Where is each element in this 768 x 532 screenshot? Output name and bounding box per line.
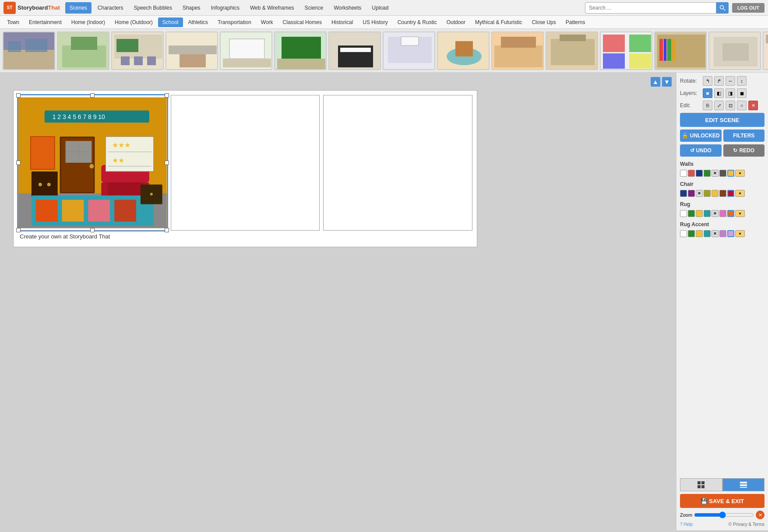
- layer-bring-front-btn[interactable]: ◼: [737, 88, 747, 98]
- chair-color-olive[interactable]: [704, 190, 711, 197]
- scene-thumb-2[interactable]: [57, 32, 109, 70]
- chair-color-x[interactable]: ✕: [696, 190, 703, 197]
- nav-speech-bubbles[interactable]: Speech Bubbles: [130, 2, 176, 14]
- nav-scenes[interactable]: Scenes: [65, 2, 92, 14]
- handle-tr[interactable]: [165, 93, 169, 98]
- nav-upload[interactable]: Upload: [367, 2, 393, 14]
- rug-color-orange[interactable]: [727, 210, 734, 217]
- logout-button[interactable]: LOG OUT: [732, 3, 764, 13]
- nav-web-wireframes[interactable]: Web & Wireframes: [246, 2, 298, 14]
- cat-country-rustic[interactable]: Country & Rustic: [393, 18, 441, 27]
- rug-color-green[interactable]: [688, 210, 695, 217]
- scene-thumb-3[interactable]: [111, 32, 164, 70]
- undo-button[interactable]: ↺ UNDO: [680, 144, 722, 157]
- rug-color-dropdown[interactable]: ▼: [735, 210, 745, 217]
- cat-school[interactable]: School: [158, 18, 183, 27]
- nav-characters[interactable]: Characters: [93, 2, 128, 14]
- chair-color-crimson[interactable]: [727, 190, 734, 197]
- rotate-right-btn[interactable]: ↱: [714, 76, 724, 86]
- chair-color-brown[interactable]: [719, 190, 726, 197]
- cat-athletics[interactable]: Athletics: [184, 18, 212, 27]
- storyboard-cell-2[interactable]: [171, 95, 320, 231]
- rug-color-pink[interactable]: [719, 210, 726, 217]
- rug-accent-lavender[interactable]: [719, 230, 726, 237]
- help-link[interactable]: ? Help: [680, 522, 693, 527]
- cat-transportation[interactable]: Transportation: [213, 18, 256, 27]
- scene-thumb-6[interactable]: [274, 32, 327, 70]
- layer-send-back-btn[interactable]: ■: [703, 88, 712, 98]
- app-logo[interactable]: ST StoryboardThat: [4, 2, 60, 14]
- cat-patterns[interactable]: Patterns: [561, 18, 590, 27]
- grid-view-button[interactable]: [680, 478, 722, 491]
- chair-color-darkblue[interactable]: [680, 190, 687, 197]
- cat-work[interactable]: Work: [257, 18, 278, 27]
- walls-color-x[interactable]: ✕: [712, 170, 719, 177]
- cat-home-outdoor[interactable]: Home (Outdoor): [110, 18, 157, 27]
- privacy-text[interactable]: © Privacy & Terms: [729, 522, 764, 527]
- handle-bl[interactable]: [16, 228, 21, 232]
- unlocked-button[interactable]: 🔓 UNLOCKED: [680, 130, 722, 142]
- edit-delete-btn[interactable]: ✕: [748, 101, 758, 110]
- cat-mythical-futuristic[interactable]: Mythical & Futuristic: [471, 18, 526, 27]
- cat-us-history[interactable]: US History: [358, 18, 392, 27]
- edit-copy-btn[interactable]: ⎘: [703, 101, 712, 110]
- chair-color-dropdown[interactable]: ▼: [735, 190, 745, 197]
- zoom-reset-button[interactable]: ✕: [756, 511, 764, 519]
- walls-color-dropdown[interactable]: ▼: [735, 170, 745, 177]
- layer-forward-btn[interactable]: ◨: [726, 88, 735, 98]
- handle-tm[interactable]: [90, 93, 95, 98]
- rug-accent-yellow[interactable]: [696, 230, 703, 237]
- search-input[interactable]: [585, 2, 716, 14]
- edit-expand-btn[interactable]: ⤢: [714, 101, 724, 110]
- walls-color-darkblue[interactable]: [696, 170, 703, 177]
- rug-accent-teal[interactable]: [704, 230, 711, 237]
- layer-down-button[interactable]: ▼: [662, 77, 672, 87]
- nav-infographics[interactable]: Infographics: [207, 2, 244, 14]
- handle-mr[interactable]: [165, 161, 169, 165]
- scene-thumb-7[interactable]: [328, 32, 381, 70]
- scene-thumb-9[interactable]: [437, 32, 490, 70]
- redo-button[interactable]: ↻ REDO: [723, 144, 765, 157]
- cat-town[interactable]: Town: [3, 18, 24, 27]
- rug-accent-x[interactable]: ✕: [712, 230, 719, 237]
- handle-bm[interactable]: [90, 228, 95, 232]
- storyboard-cell-3[interactable]: [323, 95, 472, 231]
- scene-thumb-12[interactable]: [600, 32, 652, 70]
- rug-accent-green[interactable]: [688, 230, 695, 237]
- walls-color-green[interactable]: [704, 170, 711, 177]
- chair-color-purple[interactable]: [688, 190, 695, 197]
- layer-back-btn[interactable]: ◧: [714, 88, 724, 98]
- cat-historical[interactable]: Historical: [327, 18, 357, 27]
- scene-thumb-15[interactable]: [763, 32, 768, 70]
- edit-crop-btn[interactable]: ⊡: [726, 101, 735, 110]
- rug-accent-white[interactable]: [680, 230, 687, 237]
- list-view-button[interactable]: [722, 478, 765, 491]
- handle-tl[interactable]: [16, 93, 21, 98]
- rug-color-yellow[interactable]: [696, 210, 703, 217]
- scene-thumb-4[interactable]: [166, 32, 218, 70]
- rotate-left-btn[interactable]: ↰: [703, 76, 712, 86]
- scene-thumb-13[interactable]: [654, 32, 707, 70]
- nav-worksheets[interactable]: Worksheets: [329, 2, 366, 14]
- layer-up-button[interactable]: ▲: [651, 77, 660, 87]
- rug-color-white[interactable]: [680, 210, 687, 217]
- rug-color-teal[interactable]: [704, 210, 711, 217]
- nav-science[interactable]: Science: [300, 2, 328, 14]
- scene-thumb-10[interactable]: [491, 32, 544, 70]
- save-exit-button[interactable]: 💾 SAVE & EXIT: [680, 494, 764, 508]
- walls-color-darkgray[interactable]: [719, 170, 726, 177]
- flip-h-btn[interactable]: ↔: [726, 76, 735, 86]
- cat-home-indoor[interactable]: Home (Indoor): [67, 18, 109, 27]
- rug-accent-dropdown[interactable]: ▼: [735, 230, 745, 237]
- chair-color-yellow[interactable]: [712, 190, 719, 197]
- walls-color-red[interactable]: [688, 170, 695, 177]
- walls-color-white[interactable]: [680, 170, 687, 177]
- edit-erase-btn[interactable]: ○: [737, 101, 747, 110]
- flip-v-btn[interactable]: ↕: [737, 76, 747, 86]
- rug-color-x[interactable]: ✕: [712, 210, 719, 217]
- handle-ml[interactable]: [16, 161, 21, 165]
- cat-classical-homes[interactable]: Classical Homes: [278, 18, 326, 27]
- cat-entertainment[interactable]: Entertainment: [25, 18, 66, 27]
- nav-shapes[interactable]: Shapes: [178, 2, 205, 14]
- scene-thumb-1[interactable]: [3, 32, 55, 70]
